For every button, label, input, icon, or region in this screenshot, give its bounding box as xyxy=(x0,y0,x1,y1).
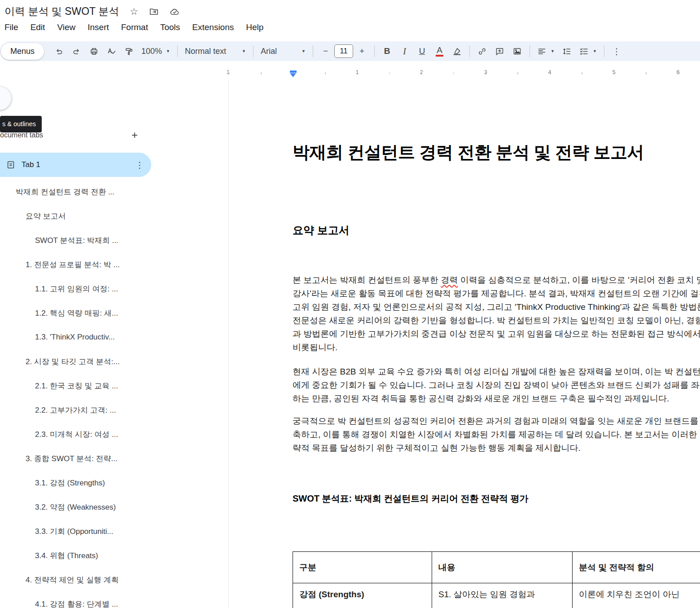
menus-button[interactable]: Menus xyxy=(1,43,44,60)
document-page[interactable]: 박재희 컨설턴트 경력 전환 분석 및 전략 보고서 요약 보고서 본 보고서는… xyxy=(229,80,700,608)
outline-sidebar: s & outlines ocument tabs + Tab 1 ⋮ 박재희 … xyxy=(0,80,229,608)
star-icon[interactable]: ☆ xyxy=(130,6,138,17)
menu-help[interactable]: Help xyxy=(246,22,263,32)
doc-swot-heading: SWOT 분석표: 박재희 컨설턴트의 커리어 전환 전략적 평가 xyxy=(293,493,700,505)
menubar: File Edit View Insert Format Tools Exten… xyxy=(0,22,700,32)
menu-extensions[interactable]: Extensions xyxy=(192,22,234,32)
table-cell: 강점 (Strengths) xyxy=(293,583,432,608)
font-size-input[interactable]: 11 xyxy=(334,44,353,58)
document-area: 박재희 컨설턴트 경력 전환 분석 및 전략 보고서 요약 보고서 본 보고서는… xyxy=(229,80,700,608)
outline-item[interactable]: 2.2. 고부가가치 고객: ... xyxy=(0,398,228,422)
paint-format-icon[interactable] xyxy=(120,44,138,59)
collapsed-panel-button[interactable] xyxy=(0,87,11,110)
italic-button[interactable]: I xyxy=(396,44,413,59)
document-title[interactable]: 이력 분석 및 SWOT 분석 xyxy=(4,4,119,18)
toolbar-divider xyxy=(177,45,178,57)
outline-item[interactable]: 2.1. 한국 코칭 및 교육 ... xyxy=(0,374,228,398)
outline-item[interactable]: 1.1. 고위 임원의 여정: ... xyxy=(0,277,228,301)
ruler-number: 1 xyxy=(226,69,229,75)
chevron-down-icon: ▼ xyxy=(593,49,597,53)
swot-table: 구분 내용 분석 및 전략적 함의 강점 (Strengths) S1. 살아있… xyxy=(293,551,700,608)
table-cell: 이론에 치우친 조언이 아닌 xyxy=(573,583,700,608)
undo-icon[interactable] xyxy=(50,44,68,59)
text-color-glyph: A xyxy=(436,46,443,57)
highlight-color-icon[interactable] xyxy=(448,44,466,59)
outline-item[interactable]: 2.3. 미개척 시장: 여성 ... xyxy=(0,422,228,446)
outline-item[interactable]: 1. 전문성 프로필 분석: 박 ... xyxy=(0,252,228,277)
spellcheck-icon[interactable] xyxy=(103,44,120,59)
text-color-button[interactable]: A xyxy=(431,44,448,59)
insert-link-icon[interactable] xyxy=(473,44,491,59)
add-comment-icon[interactable] xyxy=(491,44,508,59)
outline-item[interactable]: 3. 종합 SWOT 분석: 전략... xyxy=(0,446,228,471)
table-header-cell: 분석 및 전략적 함의 xyxy=(573,552,700,583)
menu-tools[interactable]: Tools xyxy=(160,22,180,32)
chevron-down-icon: ▼ xyxy=(302,49,306,53)
increase-font-size-button[interactable]: + xyxy=(353,44,371,59)
checklist-icon xyxy=(579,47,589,56)
move-folder-icon[interactable] xyxy=(149,7,159,17)
doc-paragraph-2: 현재 시장은 B2B 외부 교육 수요 증가와 특히 여성 리더십 개발에 대한… xyxy=(293,365,700,405)
doc-summary-heading: 요약 보고서 xyxy=(293,223,700,238)
zoom-select[interactable]: 100% ▼ xyxy=(138,44,174,59)
outline-item[interactable]: 1.2. 핵심 역량 매핑: 새... xyxy=(0,301,228,325)
line-spacing-icon[interactable] xyxy=(558,44,576,59)
print-icon[interactable] xyxy=(85,44,103,59)
insert-image-icon[interactable] xyxy=(508,44,526,59)
checklist-select[interactable]: ▼ xyxy=(576,44,600,59)
decrease-font-size-button[interactable]: − xyxy=(317,44,334,59)
tab-options-icon[interactable]: ⋮ xyxy=(136,160,144,170)
outline-item[interactable]: 3.3. 기회 (Opportuniti... xyxy=(0,519,228,543)
font-family-select[interactable]: Arial ▼ xyxy=(257,44,309,59)
first-line-indent-marker[interactable] xyxy=(290,70,297,73)
ruler[interactable]: 1 1 2 3 4 5 6 xyxy=(0,67,700,79)
add-tab-button[interactable]: + xyxy=(127,129,142,141)
left-indent-marker[interactable] xyxy=(290,73,296,77)
chevron-down-icon: ▼ xyxy=(242,49,246,53)
outline-item[interactable]: 3.1. 강점 (Strengths) xyxy=(0,471,228,495)
toolbar: Menus 100% ▼ Normal text ▼ Arial ▼ − 11 … xyxy=(0,41,700,61)
table-cell: S1. 살아있는 임원 경험과 xyxy=(432,583,573,608)
tab-icon xyxy=(6,160,16,170)
toolbar-divider xyxy=(374,45,375,57)
menu-format[interactable]: Format xyxy=(121,22,148,32)
menu-insert[interactable]: Insert xyxy=(88,22,109,32)
underline-button[interactable]: U xyxy=(413,44,431,59)
outline-item[interactable]: 1.3. 'ThinkX Productiv... xyxy=(0,325,228,349)
menu-edit[interactable]: Edit xyxy=(31,22,45,32)
ruler-number: 4 xyxy=(548,69,551,75)
app-header: 이력 분석 및 SWOT 분석 ☆ File Edit View Insert … xyxy=(0,0,700,37)
align-select[interactable]: ▼ xyxy=(534,44,558,59)
menu-view[interactable]: View xyxy=(57,22,75,32)
cloud-status-icon xyxy=(170,7,179,17)
toolbar-divider xyxy=(253,45,254,57)
outline-item[interactable]: 요약 보고서 xyxy=(0,204,228,228)
outline-item[interactable]: 2. 시장 및 타깃 고객 분석:... xyxy=(0,349,228,374)
ruler-ticks xyxy=(229,72,700,75)
redo-icon[interactable] xyxy=(68,44,85,59)
document-outline: 박재희 컨설턴트 경력 전환 ... 요약 보고서 SWOT 분석표: 박재희 … xyxy=(0,180,228,608)
tab-item-1[interactable]: Tab 1 ⋮ xyxy=(0,153,151,177)
table-header-row: 구분 내용 분석 및 전략적 함의 xyxy=(293,552,700,583)
outline-item[interactable]: 4.1. 강점 활용: 단계별 ... xyxy=(0,592,228,608)
bold-button[interactable]: B xyxy=(378,44,396,59)
ruler-number: 3 xyxy=(484,69,487,75)
table-row: 강점 (Strengths) S1. 살아있는 임원 경험과 이론에 치우친 조… xyxy=(293,583,700,608)
menu-file[interactable]: File xyxy=(4,22,18,32)
paragraph-style-select[interactable]: Normal text ▼ xyxy=(181,44,249,59)
doc-title-heading: 박재희 컨설턴트 경력 전환 분석 및 전략 보고서 xyxy=(293,141,700,163)
more-options-icon[interactable]: ⋮ xyxy=(608,44,626,59)
outline-item[interactable]: 3.2. 약점 (Weaknesses) xyxy=(0,495,228,519)
doc-paragraph-1: 본 보고서는 박재희 컨설턴트의 풍부한 경력 이력을 심층적으로 분석하고, … xyxy=(293,273,700,354)
outline-item[interactable]: 4. 전략적 제언 및 실행 계획 xyxy=(0,568,228,592)
chevron-down-icon: ▼ xyxy=(551,49,555,53)
paragraph-text: 본 보고서는 박재희 컨설턴트의 풍부한 xyxy=(293,275,441,285)
ruler-number: 1 xyxy=(355,69,359,75)
outline-item[interactable]: 3.4. 위협 (Threats) xyxy=(0,543,228,568)
zoom-value: 100% xyxy=(141,47,162,56)
outline-item[interactable]: SWOT 분석표: 박재희 ... xyxy=(0,228,228,252)
table-header-cell: 내용 xyxy=(432,552,573,583)
misspelled-word: 경력 xyxy=(441,275,458,285)
outline-item[interactable]: 박재희 컨설턴트 경력 전환 ... xyxy=(0,180,228,204)
table-header-cell: 구분 xyxy=(293,552,432,583)
